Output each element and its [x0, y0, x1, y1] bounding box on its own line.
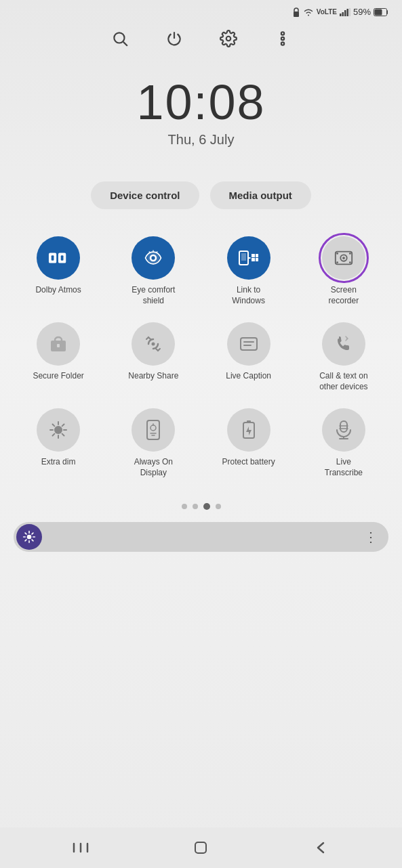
svg-line-72	[32, 533, 33, 534]
dot-2[interactable]	[193, 504, 198, 509]
device-control-button[interactable]: Device control	[91, 181, 199, 209]
live-transcribe-label: Live Transcribe	[317, 457, 371, 478]
tile-screen-recorder[interactable]: Screen recorder	[296, 230, 391, 313]
always-on-display-label: Always On Display	[126, 457, 180, 478]
nearby-share-label: Nearby Share	[128, 371, 178, 382]
svg-line-73	[25, 540, 26, 541]
svg-rect-59	[247, 420, 251, 423]
svg-point-36	[349, 261, 351, 263]
brightness-thumb	[16, 524, 42, 550]
dot-4[interactable]	[216, 504, 221, 509]
nav-bar	[0, 827, 402, 868]
svg-line-9	[123, 42, 127, 46]
svg-point-13	[281, 42, 283, 45]
svg-rect-28	[252, 258, 255, 261]
live-transcribe-icon-circle	[322, 408, 365, 452]
svg-rect-17	[61, 255, 64, 261]
tile-call-text-devices[interactable]: Call & text on other devices	[296, 316, 391, 399]
tile-extra-dim[interactable]: Extra dim	[11, 402, 106, 485]
svg-line-71	[32, 540, 33, 541]
tile-nearby-share[interactable]: Nearby Share	[106, 316, 201, 399]
svg-point-54	[150, 425, 156, 431]
svg-rect-27	[256, 254, 258, 257]
svg-rect-77	[195, 842, 206, 853]
screen-recorder-label: Screen recorder	[317, 285, 371, 306]
tile-protect-battery[interactable]: Protect battery	[201, 402, 296, 485]
svg-point-11	[281, 32, 283, 35]
settings-button[interactable]	[215, 25, 242, 52]
top-toolbar	[0, 20, 402, 58]
tile-live-transcribe[interactable]: Live Transcribe	[296, 402, 391, 485]
dolby-atmos-icon-circle	[37, 236, 80, 280]
notification-shade: VoLTE 59%	[0, 0, 402, 868]
status-bar: VoLTE 59%	[0, 0, 402, 20]
protect-battery-label: Protect battery	[222, 457, 275, 468]
secure-folder-icon-circle	[37, 322, 80, 366]
svg-rect-38	[55, 337, 62, 343]
tile-link-to-windows[interactable]: Link to Windows	[201, 230, 296, 313]
svg-point-10	[226, 37, 230, 41]
brightness-more-button[interactable]: ⋮	[364, 529, 378, 545]
back-button[interactable]	[309, 836, 334, 860]
clock-date: Thu, 6 July	[168, 132, 235, 148]
svg-point-35	[336, 261, 338, 263]
svg-rect-26	[252, 254, 255, 257]
svg-line-50	[62, 434, 64, 436]
tile-dolby-atmos[interactable]: Dolby Atmos	[11, 230, 106, 313]
screen-recorder-icon-circle	[322, 236, 365, 280]
status-icons: VoLTE 59%	[292, 7, 388, 17]
svg-point-65	[27, 534, 32, 539]
svg-rect-2	[342, 12, 344, 16]
tile-eye-comfort-shield[interactable]: Eye comfort shield	[106, 230, 201, 313]
svg-rect-0	[294, 12, 299, 17]
brightness-slider[interactable]: ⋮	[14, 522, 388, 552]
secure-folder-label: Secure Folder	[33, 371, 83, 382]
recent-apps-button[interactable]	[68, 836, 93, 860]
home-button[interactable]	[188, 836, 213, 860]
extra-dim-icon-circle	[37, 408, 80, 452]
svg-point-12	[281, 37, 283, 40]
more-options-button[interactable]	[269, 25, 296, 52]
always-on-display-icon-circle	[132, 408, 175, 452]
live-caption-icon-circle	[227, 322, 270, 366]
tile-secure-folder[interactable]: Secure Folder	[11, 316, 106, 399]
extra-dim-label: Extra dim	[41, 457, 76, 468]
live-caption-label: Live Caption	[226, 371, 271, 382]
pagination-dots	[0, 492, 402, 518]
call-text-devices-label: Call & text on other devices	[317, 371, 371, 392]
svg-rect-41	[241, 338, 257, 350]
svg-rect-3	[344, 10, 346, 16]
svg-line-49	[53, 425, 55, 427]
link-to-windows-icon-circle	[227, 236, 270, 280]
tile-always-on-display[interactable]: Always On Display	[106, 402, 201, 485]
svg-rect-16	[52, 255, 54, 261]
clock-time: 10:08	[136, 78, 265, 127]
battery-percent: 59%	[353, 7, 371, 17]
quick-actions: Device control Media output	[0, 181, 402, 223]
brightness-fill	[42, 536, 364, 538]
svg-rect-29	[256, 258, 258, 261]
svg-rect-25	[241, 253, 246, 261]
tiles-grid: Dolby Atmos Eye comfort shield	[0, 223, 402, 492]
svg-point-40	[152, 343, 155, 346]
svg-rect-60	[340, 421, 347, 432]
tile-live-caption[interactable]: Live Caption	[201, 316, 296, 399]
svg-rect-5	[349, 8, 350, 16]
svg-rect-7	[375, 9, 382, 15]
eye-comfort-shield-label: Eye comfort shield	[126, 285, 180, 306]
svg-line-52	[53, 434, 55, 436]
svg-point-8	[114, 32, 124, 43]
dot-1[interactable]	[182, 504, 187, 509]
eye-comfort-shield-icon-circle	[132, 236, 175, 280]
svg-point-20	[152, 256, 155, 259]
call-text-devices-icon-circle	[322, 322, 365, 366]
nearby-share-icon-circle	[132, 322, 175, 366]
protect-battery-icon-circle	[227, 408, 270, 452]
svg-rect-39	[57, 344, 60, 347]
media-output-button[interactable]: Media output	[210, 181, 311, 209]
dot-3[interactable]	[203, 503, 210, 510]
svg-line-70	[25, 533, 26, 534]
power-button[interactable]	[161, 25, 188, 52]
svg-point-34	[349, 253, 351, 255]
search-button[interactable]	[106, 25, 134, 52]
